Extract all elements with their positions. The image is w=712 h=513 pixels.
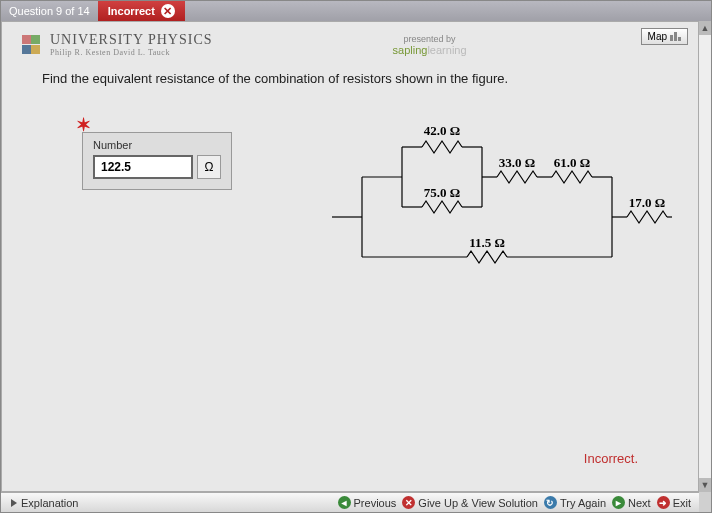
- scroll-up-icon[interactable]: ▲: [699, 21, 711, 35]
- app-window: Question 9 of 14 Incorrect ✕ Map UNIVERS…: [0, 0, 712, 513]
- status-label: Incorrect: [108, 5, 155, 17]
- tryagain-label: Try Again: [560, 497, 606, 509]
- number-input-box: Number Ω: [82, 132, 232, 190]
- question-counter: Question 9 of 14: [1, 5, 98, 17]
- presented-label: presented by: [393, 34, 467, 44]
- r-17-label: 17.0 Ω: [629, 195, 665, 210]
- tryagain-button[interactable]: ↻ Try Again: [544, 496, 606, 509]
- bottom-bar: Explanation ◄ Previous ✕ Give Up & View …: [1, 492, 699, 512]
- brand-sapling: sapling: [393, 44, 428, 56]
- bars-icon: [670, 32, 681, 41]
- status-tab: Incorrect ✕: [98, 1, 185, 21]
- tryagain-icon: ↻: [544, 496, 557, 509]
- book-authors: Philip R. Kesten David L. Tauck: [50, 48, 213, 57]
- book-title: UNIVERSITY PHYSICS: [50, 32, 213, 48]
- giveup-label: Give Up & View Solution: [418, 497, 538, 509]
- explanation-label: Explanation: [21, 497, 79, 509]
- next-icon: ►: [612, 496, 625, 509]
- exit-icon: ➜: [657, 496, 670, 509]
- feedback-text: Incorrect.: [584, 451, 638, 466]
- logo-icon: [22, 35, 42, 55]
- triangle-icon: [11, 499, 17, 507]
- answer-input[interactable]: [93, 155, 193, 179]
- circuit-diagram: 42.0 Ω 33.0 Ω 61.0 Ω 75.0 Ω 11.5 Ω 17.0 …: [332, 117, 672, 297]
- textbook-header: UNIVERSITY PHYSICS Philip R. Kesten Davi…: [2, 22, 698, 63]
- r-33-label: 33.0 Ω: [499, 155, 535, 170]
- exit-label: Exit: [673, 497, 691, 509]
- prev-icon: ◄: [338, 496, 351, 509]
- presented-by: presented by saplinglearning: [393, 34, 467, 56]
- explanation-toggle[interactable]: Explanation: [1, 497, 89, 509]
- title-block: UNIVERSITY PHYSICS Philip R. Kesten Davi…: [50, 32, 213, 57]
- unit-label: Ω: [197, 155, 221, 179]
- wrong-mark-icon: ✶: [76, 114, 91, 136]
- map-label: Map: [648, 31, 667, 42]
- previous-button[interactable]: ◄ Previous: [338, 496, 397, 509]
- map-button[interactable]: Map: [641, 28, 688, 45]
- incorrect-x-icon: ✕: [161, 4, 175, 18]
- nav-buttons: ◄ Previous ✕ Give Up & View Solution ↻ T…: [338, 496, 699, 509]
- next-label: Next: [628, 497, 651, 509]
- brand-learning: learning: [427, 44, 466, 56]
- top-bar: Question 9 of 14 Incorrect ✕: [1, 1, 711, 21]
- prev-label: Previous: [354, 497, 397, 509]
- content-area: Map UNIVERSITY PHYSICS Philip R. Kesten …: [1, 21, 699, 492]
- next-button[interactable]: ► Next: [612, 496, 651, 509]
- scrollbar[interactable]: ▲ ▼: [699, 21, 711, 492]
- question-text: Find the equivalent resistance of the co…: [2, 63, 698, 94]
- giveup-button[interactable]: ✕ Give Up & View Solution: [402, 496, 538, 509]
- answer-box: ✶ Number Ω: [82, 132, 232, 190]
- scroll-track[interactable]: [699, 35, 711, 478]
- r-75-label: 75.0 Ω: [424, 185, 460, 200]
- scroll-down-icon[interactable]: ▼: [699, 478, 711, 492]
- exit-button[interactable]: ➜ Exit: [657, 496, 691, 509]
- number-label: Number: [93, 139, 221, 151]
- r-11-label: 11.5 Ω: [469, 235, 505, 250]
- r-61-label: 61.0 Ω: [554, 155, 590, 170]
- r-42-label: 42.0 Ω: [424, 123, 460, 138]
- giveup-icon: ✕: [402, 496, 415, 509]
